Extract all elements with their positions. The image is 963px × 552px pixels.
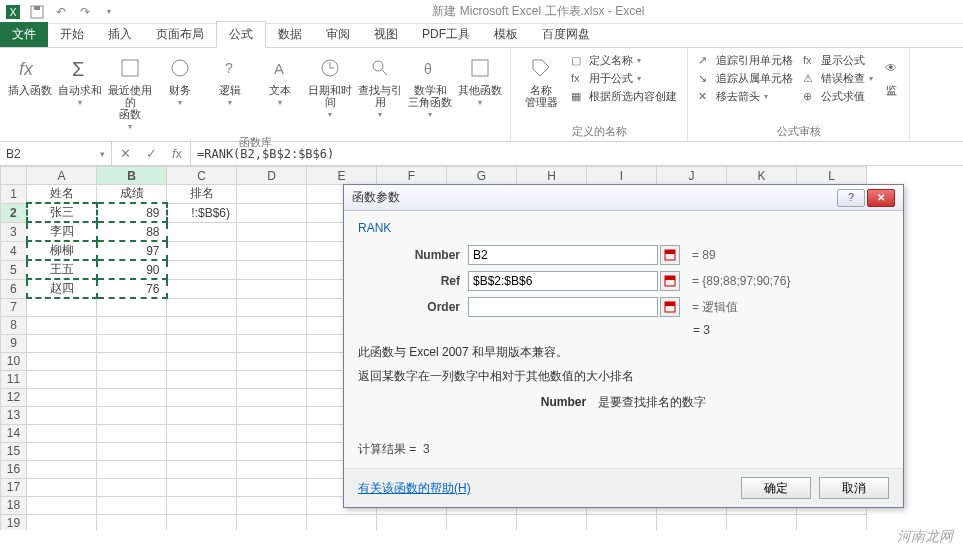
text-button[interactable]: A文本▾: [256, 52, 304, 109]
row-header[interactable]: 7: [1, 298, 27, 316]
col-header[interactable]: G: [447, 167, 517, 185]
cell[interactable]: [797, 514, 867, 530]
help-link[interactable]: 有关该函数的帮助(H): [358, 480, 471, 497]
cell[interactable]: [97, 424, 167, 442]
cell[interactable]: [167, 442, 237, 460]
row-header[interactable]: 8: [1, 316, 27, 334]
cell[interactable]: [237, 460, 307, 478]
col-header[interactable]: H: [517, 167, 587, 185]
save-icon[interactable]: [28, 3, 46, 21]
cell[interactable]: [27, 352, 97, 370]
cell[interactable]: [167, 334, 237, 352]
evaluate-formula-button[interactable]: ⊕公式求值: [799, 88, 877, 105]
remove-arrows-button[interactable]: ✕移去箭头 ▾: [694, 88, 797, 105]
row-header[interactable]: 2: [1, 203, 27, 222]
row-header[interactable]: 15: [1, 442, 27, 460]
cell[interactable]: [97, 478, 167, 496]
cell[interactable]: [237, 352, 307, 370]
cell[interactable]: [727, 514, 797, 530]
cell[interactable]: [167, 316, 237, 334]
math-button[interactable]: θ数学和 三角函数▾: [406, 52, 454, 121]
cell[interactable]: [27, 424, 97, 442]
cancel-button[interactable]: 取消: [819, 477, 889, 499]
cell[interactable]: [27, 388, 97, 406]
tab-layout[interactable]: 页面布局: [144, 22, 216, 47]
cell[interactable]: [167, 352, 237, 370]
cell[interactable]: [167, 478, 237, 496]
range-selector-icon[interactable]: [660, 245, 680, 265]
row-header[interactable]: 14: [1, 424, 27, 442]
help-icon[interactable]: ?: [837, 189, 865, 207]
ok-button[interactable]: 确定: [741, 477, 811, 499]
cell[interactable]: [27, 298, 97, 316]
tab-view[interactable]: 视图: [362, 22, 410, 47]
cell[interactable]: [167, 514, 237, 530]
col-header[interactable]: E: [307, 167, 377, 185]
recent-button[interactable]: 最近使用的 函数▾: [106, 52, 154, 133]
cell[interactable]: 成绩: [97, 185, 167, 204]
cell[interactable]: [97, 388, 167, 406]
cell[interactable]: [167, 298, 237, 316]
cell[interactable]: [237, 279, 307, 298]
cell[interactable]: [97, 406, 167, 424]
cell[interactable]: [27, 460, 97, 478]
cell[interactable]: [587, 514, 657, 530]
cell[interactable]: [167, 496, 237, 514]
formula-input[interactable]: =RANK(B2,$B$2:$B$6): [191, 142, 963, 165]
use-in-formula-button[interactable]: fx用于公式 ▾: [567, 70, 681, 87]
undo-icon[interactable]: ↶: [52, 3, 70, 21]
create-from-selection-button[interactable]: ▦根据所选内容创建: [567, 88, 681, 105]
cell[interactable]: 王五: [27, 260, 97, 279]
lookup-button[interactable]: 查找与引用▾: [356, 52, 404, 121]
tab-data[interactable]: 数据: [266, 22, 314, 47]
cell[interactable]: 97: [97, 241, 167, 260]
col-header[interactable]: B: [97, 167, 167, 185]
cell[interactable]: [167, 370, 237, 388]
row-header[interactable]: 6: [1, 279, 27, 298]
cell[interactable]: [97, 442, 167, 460]
cell[interactable]: [237, 241, 307, 260]
name-box[interactable]: B2▾: [0, 142, 112, 165]
row-header[interactable]: 5: [1, 260, 27, 279]
cell[interactable]: [377, 514, 447, 530]
cell[interactable]: [237, 203, 307, 222]
cancel-icon[interactable]: ✕: [112, 146, 138, 161]
tab-formulas[interactable]: 公式: [216, 21, 266, 48]
row-header[interactable]: 12: [1, 388, 27, 406]
cell[interactable]: [97, 298, 167, 316]
cell[interactable]: [27, 370, 97, 388]
cell[interactable]: [657, 514, 727, 530]
trace-precedents-button[interactable]: ↗追踪引用单元格: [694, 52, 797, 69]
col-header[interactable]: J: [657, 167, 727, 185]
cell[interactable]: [167, 222, 237, 241]
cell[interactable]: [27, 406, 97, 424]
cell[interactable]: [97, 352, 167, 370]
row-header[interactable]: 18: [1, 496, 27, 514]
col-header[interactable]: D: [237, 167, 307, 185]
row-header[interactable]: 4: [1, 241, 27, 260]
cell[interactable]: 姓名: [27, 185, 97, 204]
row-header[interactable]: 13: [1, 406, 27, 424]
datetime-button[interactable]: 日期和时间▾: [306, 52, 354, 121]
cell[interactable]: 89: [97, 203, 167, 222]
row-header[interactable]: 11: [1, 370, 27, 388]
cell[interactable]: [97, 316, 167, 334]
close-icon[interactable]: ✕: [867, 189, 895, 207]
cell[interactable]: [167, 460, 237, 478]
cell[interactable]: [237, 496, 307, 514]
name-manager-button[interactable]: 名称 管理器: [517, 52, 565, 110]
dialog-titlebar[interactable]: 函数参数 ? ✕: [344, 185, 903, 211]
cell[interactable]: [237, 388, 307, 406]
cell[interactable]: [97, 514, 167, 530]
cell[interactable]: [27, 514, 97, 530]
tab-insert[interactable]: 插入: [96, 22, 144, 47]
cell[interactable]: [97, 460, 167, 478]
col-header[interactable]: F: [377, 167, 447, 185]
cell[interactable]: [307, 514, 377, 530]
error-check-button[interactable]: ⚠错误检查 ▾: [799, 70, 877, 87]
cell[interactable]: [167, 241, 237, 260]
cell[interactable]: [167, 279, 237, 298]
cell[interactable]: [237, 185, 307, 204]
show-formulas-button[interactable]: fx显示公式: [799, 52, 877, 69]
enter-icon[interactable]: ✓: [138, 146, 164, 161]
